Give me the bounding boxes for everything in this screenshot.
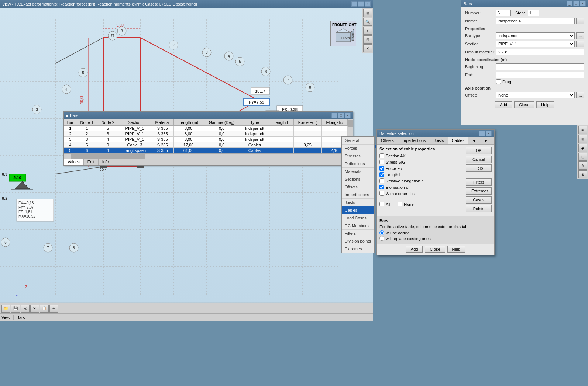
bvs-minimize[interactable]: _	[479, 131, 485, 136]
tab-info[interactable]: Info	[99, 159, 113, 165]
nav-extremes[interactable]: Extremes	[342, 245, 374, 253]
bartype-browse-btn[interactable]: …	[576, 32, 584, 39]
table-h-scrollbar[interactable]	[64, 153, 353, 159]
nav-materials[interactable]: Materials	[342, 168, 374, 175]
nav-stresses[interactable]: Stresses	[342, 152, 374, 160]
nav-cables[interactable]: Cables	[342, 206, 374, 214]
close-button[interactable]: ×	[365, 1, 371, 7]
nav-joists[interactable]: Joists	[342, 199, 374, 206]
checkbox-relelong[interactable]	[379, 178, 384, 183]
table-row[interactable]: 2 2 6 PIPE_V_1 S 355 8,00 0,0 Indspændt	[64, 131, 348, 137]
number-input[interactable]	[496, 10, 511, 16]
side-btn-6[interactable]: ⊗	[578, 170, 587, 178]
bottom-btn-1[interactable]: 📁	[1, 305, 10, 313]
table-row-selected[interactable]: 5 6 4 Langt spaen S 355 61,00 0,0 Cables…	[64, 148, 348, 153]
name-input[interactable]	[496, 18, 575, 24]
tab-prev[interactable]: ◄	[468, 137, 480, 144]
checkbox-forcefo[interactable]	[379, 166, 384, 171]
offset-select[interactable]: None	[496, 92, 575, 98]
bvs-close[interactable]: ×	[486, 131, 492, 136]
bvs-points[interactable]: Points	[466, 205, 492, 212]
radio-replace[interactable]	[379, 236, 384, 241]
toolbar-btn-1[interactable]: ⊞	[363, 9, 372, 17]
section-select[interactable]: PIPE_V_1	[496, 41, 575, 47]
side-btn-5[interactable]: ✎	[578, 161, 587, 170]
tab-joists[interactable]: Joists	[430, 137, 448, 144]
bars-table-close[interactable]: ×	[345, 113, 351, 118]
bars-table-maximize[interactable]: □	[338, 113, 344, 118]
bottom-btn-3[interactable]: 🖨	[21, 305, 30, 313]
table-row[interactable]: 1 1 5 PIPE_V_1 S 355 8,00 0,0 Indspændt	[64, 126, 348, 131]
checkbox-all[interactable]	[379, 202, 384, 206]
checkbox-elongdl[interactable]	[379, 185, 384, 189]
nav-offsets[interactable]: Offsets	[342, 183, 374, 191]
bottom-btn-4[interactable]: ✂	[30, 305, 39, 313]
checkbox-sectionax[interactable]	[379, 153, 384, 158]
bartype-select[interactable]: Indspændt	[496, 32, 575, 39]
side-btn-3[interactable]: ◈	[578, 144, 587, 152]
beginning-input[interactable]	[496, 63, 584, 70]
side-btn-4[interactable]: ⊡	[578, 153, 587, 161]
step-input[interactable]	[528, 10, 539, 16]
nav-deflections[interactable]: Deflections	[342, 160, 374, 168]
bvs-extremes[interactable]: Extremes	[466, 187, 492, 195]
checkbox-none[interactable]	[398, 202, 402, 206]
bars-panel-minimize[interactable]: _	[567, 1, 572, 6]
bvs-final-add[interactable]: Add	[406, 246, 423, 253]
end-input[interactable]	[496, 72, 584, 78]
nav-loadcases[interactable]: Load Cases	[342, 214, 374, 222]
check-none: None	[398, 201, 413, 207]
toolbar-btn-2[interactable]: 🔍	[363, 18, 372, 26]
table-row[interactable]: 3 3 4 PIPE_V_1 S 355 8,00 0,0 Indspændt	[64, 137, 348, 142]
drag-checkbox[interactable]	[496, 79, 501, 84]
svg-line-21	[55, 38, 103, 63]
checkbox-lengthl[interactable]	[379, 172, 384, 177]
bvs-filters[interactable]: Filters	[466, 178, 492, 186]
section-browse-btn[interactable]: …	[576, 41, 584, 47]
name-browse-btn[interactable]: …	[576, 18, 584, 24]
side-btn-1[interactable]: ≡	[578, 126, 587, 134]
nav-rcmembers[interactable]: RC Members	[342, 222, 374, 230]
tab-values[interactable]: Values	[64, 159, 84, 165]
maximize-button[interactable]: □	[358, 1, 364, 7]
material-input[interactable]	[496, 49, 584, 55]
close-btn[interactable]: Close	[514, 101, 534, 108]
tab-offsets[interactable]: Offsets	[377, 137, 398, 144]
side-btn-2[interactable]: ⊞	[578, 135, 587, 143]
toolbar-btn-4[interactable]: ⊡	[363, 35, 372, 44]
bottom-btn-5[interactable]: 📋	[40, 305, 49, 313]
nav-imperfections[interactable]: Imperfections	[342, 191, 374, 199]
tab-imperfections[interactable]: Imperfections	[398, 137, 430, 144]
bvs-ok[interactable]: OK	[466, 147, 492, 154]
toolbar-btn-5[interactable]: ✕	[363, 44, 372, 52]
bars-panel-maximize[interactable]: □	[573, 1, 579, 6]
bvs-help[interactable]: Help	[466, 164, 492, 172]
bvs-final-close[interactable]: Close	[425, 246, 445, 253]
add-btn[interactable]: Add	[495, 101, 512, 108]
nav-general[interactable]: General	[342, 137, 374, 145]
nav-sections[interactable]: Sections	[342, 175, 374, 183]
nav-filters[interactable]: Filters	[342, 230, 374, 237]
bvs-cancel[interactable]: Cancel	[466, 156, 492, 163]
bars-panel-close[interactable]: ×	[580, 1, 586, 6]
checkbox-withelem[interactable]	[379, 191, 384, 196]
minimize-button[interactable]: _	[351, 1, 357, 7]
bottom-btn-6[interactable]: ↩	[49, 305, 58, 313]
offset-browse-btn[interactable]: …	[576, 92, 584, 98]
radio-added[interactable]	[379, 230, 384, 235]
bars-table-minimize[interactable]: _	[331, 113, 337, 118]
bvs-cases[interactable]: Cases	[466, 196, 492, 204]
tab-cables[interactable]: Cables	[448, 137, 468, 144]
nav-forces[interactable]: Forces	[342, 145, 374, 152]
bottom-btn-2[interactable]: 💾	[11, 305, 20, 313]
toolbar-btn-3[interactable]: ↕	[363, 27, 372, 35]
cell-length: 8,00	[174, 137, 203, 142]
bvs-final-help[interactable]: Help	[447, 246, 465, 253]
help-btn[interactable]: Help	[536, 101, 554, 108]
svg-text:MX=16,52: MX=16,52	[18, 214, 35, 218]
tab-next[interactable]: ►	[480, 137, 492, 144]
tab-edit[interactable]: Edit	[84, 159, 99, 165]
checkbox-stresssig[interactable]	[379, 160, 384, 164]
table-row[interactable]: 4 5 0 Cable_3 S 235 17,00 0,0 Cables 0,2…	[64, 142, 348, 148]
nav-divisionpoints[interactable]: Division points	[342, 237, 374, 245]
